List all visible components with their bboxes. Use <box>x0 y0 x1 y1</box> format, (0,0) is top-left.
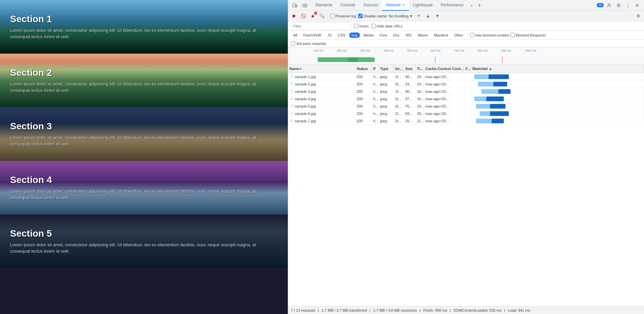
third-party-label[interactable]: 3rd-party requests <box>291 41 326 46</box>
chip-css[interactable]: CSS <box>335 33 348 38</box>
table-row[interactable]: 📄 sample-5.jpg 200 h... jpeg 2t... 76...… <box>288 103 644 110</box>
th-flag[interactable]: F... <box>464 64 471 73</box>
filter-input[interactable] <box>291 22 351 30</box>
hide-data-urls-checkbox[interactable] <box>371 24 376 28</box>
chip-font[interactable]: Font <box>377 33 389 38</box>
invert-label[interactable]: Invert <box>354 24 369 28</box>
chip-other[interactable]: Other <box>451 33 466 38</box>
waterfall-waiting-1 <box>478 82 493 86</box>
tab-close-network[interactable]: ✕ <box>402 3 405 7</box>
js-errors-badge[interactable]: 16 <box>597 3 604 7</box>
svg-rect-0 <box>293 4 296 7</box>
td-name-1: 📄 sample-2.jpg <box>288 80 355 87</box>
device-toolbar-icon[interactable] <box>291 1 299 9</box>
tab-add-button[interactable]: + <box>475 2 484 8</box>
tab-elements[interactable]: Elements <box>312 0 336 11</box>
chip-media[interactable]: Media <box>361 33 376 38</box>
tick-1000: 1000 ms <box>525 49 548 52</box>
throttle-selector[interactable]: No throttling ▼ <box>389 12 413 20</box>
td-flag-4 <box>464 103 471 110</box>
network-settings-icon[interactable]: ⚙ <box>635 12 642 20</box>
td-time-3: 16... <box>416 95 424 102</box>
chip-img[interactable]: Img <box>349 33 360 38</box>
tab-console[interactable]: Console <box>336 0 359 11</box>
tab-lighthouse[interactable]: Lighthouse <box>409 0 437 11</box>
chip-ws[interactable]: WS <box>403 33 414 38</box>
user-profile-icon[interactable] <box>605 1 613 9</box>
th-waterfall[interactable]: Waterfall ▲ <box>471 64 644 73</box>
clear-button[interactable]: 🚫 <box>300 12 307 20</box>
blocked-cookies-label[interactable]: Has blocked cookies <box>470 33 509 37</box>
td-cache-5: max-age=25... <box>424 110 451 117</box>
td-size-5: 59... <box>404 110 416 117</box>
th-type[interactable]: Type <box>379 64 394 73</box>
th-initiator[interactable]: Ini... <box>394 64 404 73</box>
tab-network[interactable]: Network ✕ <box>382 0 409 11</box>
status-bar: 7 / 13 requests | 1.7 MB / 3.7 MB transf… <box>288 306 644 314</box>
td-name-0: 📄 sample-1.jpg <box>288 73 355 80</box>
hide-data-urls-label[interactable]: Hide data URLs <box>371 24 403 28</box>
filter-separator <box>468 33 468 38</box>
tab-performance[interactable]: Performance <box>437 0 468 11</box>
td-content-encod-3 <box>451 95 464 102</box>
blocked-requests-label[interactable]: Blocked Requests <box>511 33 546 37</box>
th-content-encoding[interactable]: Cont... <box>451 64 464 73</box>
tab-more-button[interactable]: » <box>468 3 475 7</box>
chip-js[interactable]: JS <box>325 33 334 38</box>
close-devtools-icon[interactable]: ✕ <box>633 1 641 9</box>
table-row[interactable]: 📄 sample-4.jpg 200 h... jpeg 2t... 97...… <box>288 95 644 103</box>
th-status[interactable]: Status <box>355 64 372 73</box>
th-time[interactable]: Ti... <box>416 64 424 73</box>
preserve-log-label[interactable]: Preserve log <box>330 14 356 18</box>
td-status-2: 200 <box>355 88 372 95</box>
blocked-cookies-checkbox[interactable] <box>470 33 474 37</box>
more-options-icon[interactable]: ⋮ <box>624 1 632 9</box>
filter-row: Invert Hide data URLs <box>288 21 644 31</box>
chip-all[interactable]: All <box>291 33 300 38</box>
search-button[interactable]: 🔍 <box>318 12 326 20</box>
table-row[interactable]: 📄 sample-1.jpg 200 h... jpeg 2t... 40...… <box>288 73 644 80</box>
disable-cache-checkbox[interactable] <box>358 14 363 18</box>
tick-200: 200 ms <box>337 49 360 52</box>
waterfall-waiting-4 <box>476 104 490 109</box>
td-type-3: jpeg <box>379 95 394 102</box>
invert-checkbox[interactable] <box>354 24 358 28</box>
upload-icon[interactable]: ▲ <box>424 12 432 20</box>
section-4-content: Section 4Lorem ipsum dolor sit amet, con… <box>10 175 278 201</box>
download-icon[interactable]: ▼ <box>434 12 441 20</box>
waterfall-receiving-4 <box>490 104 505 109</box>
section-2-text: Lorem ipsum dolor sit amet, consectetur … <box>10 81 265 94</box>
preserve-log-checkbox[interactable] <box>330 14 334 18</box>
td-size-1: 24... <box>404 80 416 87</box>
tab-sources[interactable]: Sources <box>359 0 382 11</box>
timeline-red-line <box>502 57 502 63</box>
th-size[interactable]: Size <box>404 64 416 73</box>
blocked-requests-checkbox[interactable] <box>511 33 515 37</box>
td-content-encod-0 <box>451 73 464 80</box>
network-toolbar: ⏺ 🚫 ⏺9 🔍 Preserve log Disable cache No t… <box>288 11 644 21</box>
th-name[interactable]: Name <box>288 64 355 73</box>
td-initiator-6: 2t... <box>394 117 404 124</box>
status-requests: 7 / 13 requests <box>291 308 315 312</box>
error-badge-button[interactable]: ⏺9 <box>309 12 316 20</box>
waterfall-waiting-5 <box>480 111 490 116</box>
svg-point-3 <box>304 5 306 6</box>
record-button[interactable]: ⏺ <box>290 12 298 20</box>
disable-cache-label[interactable]: Disable cache <box>358 14 387 18</box>
table-row[interactable]: 📄 sample-2.jpg 200 h... jpeg 2t... 24...… <box>288 80 644 88</box>
screenshot-icon[interactable] <box>301 1 309 9</box>
table-row[interactable]: 📄 sample-6.jpg 200 h... jpeg 2t... 59...… <box>288 110 644 117</box>
wifi-icon[interactable] <box>415 12 422 20</box>
table-row[interactable]: 📄 sample-7.jpg 200 h... jpeg 2t... 20...… <box>288 117 644 125</box>
chip-manifest[interactable]: Manifest <box>432 33 450 38</box>
th-protocol[interactable]: P <box>372 64 379 73</box>
th-cache-control[interactable]: Cache-Control <box>424 64 451 73</box>
settings-icon[interactable]: ⚙ <box>614 1 623 9</box>
chip-fetch-xhr[interactable]: Fetch/XHR <box>301 33 324 38</box>
waterfall-waiting-6 <box>476 119 491 123</box>
table-row[interactable]: 📄 sample-3.jpg 200 h... jpeg 2t... 90...… <box>288 88 644 95</box>
status-transferred: 1.7 MB / 3.7 MB transferred <box>322 308 367 312</box>
chip-wasm[interactable]: Wasm <box>415 33 430 38</box>
chip-doc[interactable]: Doc <box>391 33 402 38</box>
third-party-checkbox[interactable] <box>291 41 295 46</box>
